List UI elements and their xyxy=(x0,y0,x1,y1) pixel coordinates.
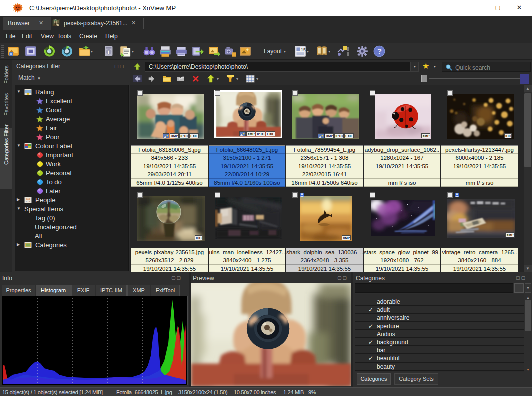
svg-text:?: ? xyxy=(377,47,382,55)
svg-text:i: i xyxy=(108,49,109,55)
svg-text:15: 15 xyxy=(301,47,306,52)
